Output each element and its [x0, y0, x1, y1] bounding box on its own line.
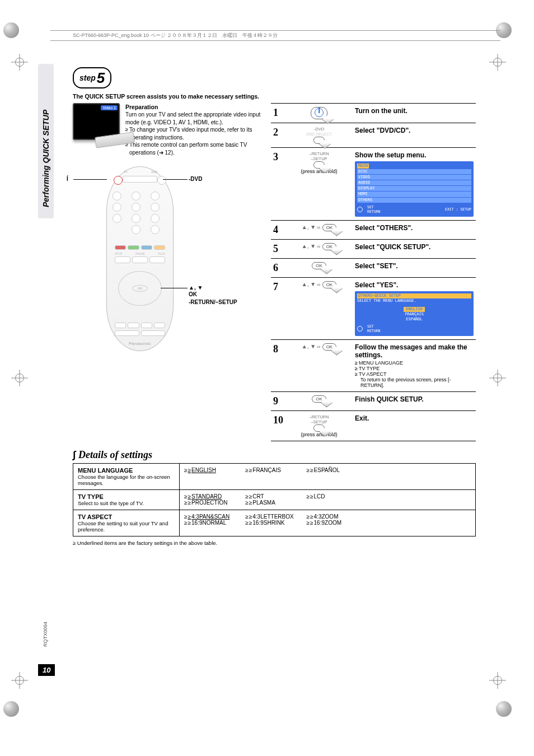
ring-icon — [357, 207, 363, 212]
option: ESPAÑOL — [310, 467, 366, 473]
steps-table: 1 Turn on the unit. 2 -DVD 2ND SELECT — [271, 103, 476, 441]
step-row: 5 ▲, ▼ ⇨ OK Select "QUICK SETUP". — [271, 239, 476, 258]
page: SC-PT660-663P-PC_eng.book 10 ページ ２００８年３月… — [0, 0, 534, 756]
step-row: 2 -DVD 2ND SELECT Select "DVD/CD". — [271, 123, 476, 148]
ok-button-icon: OK — [322, 343, 337, 351]
table-row: TV ASPECT Choose the setting to suit you… — [73, 510, 476, 536]
step-row: 3 –RETURN –SETUP (press and hold) Show t… — [271, 148, 476, 221]
step-badge: step 5 — [73, 67, 111, 88]
reg-orb-icon — [3, 22, 19, 38]
setting-desc: Choose the language for the on-screen me… — [78, 474, 175, 486]
option: 16:9ZOOM — [310, 520, 366, 526]
preparation-bullet: This remote control can perform some bas… — [125, 141, 263, 156]
press-hold-note: (press and hold) — [301, 169, 337, 174]
crop-mark-icon — [489, 672, 506, 689]
option: LCD — [310, 493, 366, 500]
button-label: 2ND SELECT — [288, 132, 350, 137]
option: 16:9SHRINK — [249, 520, 305, 526]
ok-button-icon: OK — [312, 262, 326, 269]
step-title: Select "OTHERS". — [355, 224, 413, 232]
osd-main-menu: MAIN DISC VIDEO AUDIO DISPLAY HDMI OTHER… — [355, 161, 474, 217]
step-sub-list: MENU LANGUAGE TV TYPE TV ASPECT To retur… — [355, 360, 474, 388]
remote-dvd-label: -DVD — [189, 176, 202, 182]
button-label: –RETURN — [288, 151, 350, 156]
step-row: 4 ▲, ▼ ⇨ OK Select "OTHERS". — [271, 220, 476, 239]
preparation-bullet: To change your TV's video input mode, re… — [125, 126, 263, 141]
page-number: 10 — [38, 664, 55, 676]
power-icon — [311, 107, 327, 119]
step-title: Select "YES". — [355, 281, 398, 289]
setting-desc: Choose the setting to suit your TV and p… — [78, 520, 175, 533]
step-label: step — [79, 73, 96, 82]
button-label: –SETUP — [288, 419, 350, 424]
print-header: SC-PT660-663P-PC_eng.book 10 ページ ２００８年３月… — [50, 30, 500, 41]
option: PROJECTION — [188, 500, 244, 506]
option: 4:3ZOOM — [310, 514, 366, 520]
content: step 5 The QUICK SETUP screen assists yo… — [73, 67, 476, 546]
remote-brand: Panasonic — [107, 341, 173, 346]
step-title: Exit. — [355, 414, 369, 422]
table-footnote: Underlined items are the factory setting… — [73, 540, 476, 546]
button-label: -DVD — [288, 127, 350, 132]
remote-power-label: Í — [67, 176, 68, 182]
step-title: Select "SET". — [355, 262, 398, 270]
step-row: 10 –RETURN –SETUP (press and hold) Exit. — [271, 410, 476, 441]
remote-return-label: -RETURN/–SETUP — [189, 299, 237, 305]
details-heading: Details of settings — [73, 449, 476, 461]
crop-mark-icon — [11, 672, 28, 689]
step-title: Turn on the unit. — [355, 107, 407, 115]
remote-ok-label: OK — [189, 291, 197, 297]
step-index: 1 — [271, 104, 285, 123]
crop-mark-icon — [489, 54, 506, 71]
step-title: Select "DVD/CD". — [355, 127, 410, 134]
step-row: 1 Turn on the unit. — [271, 104, 476, 123]
option: 4:3LETTERBOX — [249, 514, 305, 520]
remote-arrows-label: ▲, ▼ — [189, 284, 203, 291]
preparation-title: Preparation — [125, 103, 263, 111]
table-row: MENU LANGUAGE Choose the language for th… — [73, 463, 476, 489]
step-row: 8 ▲, ▼ ⇨ OK Follow the messages and make… — [271, 339, 476, 391]
option: PLASMA — [249, 500, 305, 506]
button-label: –RETURN — [288, 414, 350, 419]
tv-illustration: Video 1 — [73, 103, 120, 140]
option: FRANÇAIS — [249, 467, 305, 473]
video-input-label: Video 1 — [101, 105, 118, 110]
setting-desc: Select to suit the type of TV. — [78, 500, 175, 506]
button-icon — [313, 161, 325, 169]
reg-orb-icon — [3, 701, 19, 717]
option: STANDARD — [188, 493, 244, 500]
crop-mark-icon — [11, 370, 28, 386]
press-hold-note: (press and hold) — [301, 432, 337, 437]
step-number: 5 — [97, 71, 105, 85]
option: CRT — [249, 493, 305, 500]
reg-orb-icon — [496, 701, 512, 717]
ok-button-icon: OK — [322, 243, 337, 250]
button-icon — [313, 137, 325, 144]
step-title: Follow the messages and make the setting… — [355, 343, 467, 359]
ok-button-icon: OK — [322, 224, 337, 231]
settings-table: MENU LANGUAGE Choose the language for th… — [73, 463, 476, 536]
remote-illustration: TV DVD STOPPAUSEPLA — [106, 166, 174, 351]
ring-icon — [357, 326, 363, 332]
step-title: Select "QUICK SETUP". — [355, 243, 430, 251]
step-title: Show the setup menu. — [355, 151, 426, 159]
crop-mark-icon — [489, 370, 506, 386]
setting-name: TV ASPECT — [78, 514, 112, 520]
table-row: TV TYPE Select to suit the type of TV. S… — [73, 489, 476, 510]
button-label: –SETUP — [288, 156, 350, 161]
option: 16:9NORMAL — [188, 520, 244, 526]
setting-name: TV TYPE — [78, 493, 104, 500]
button-icon — [313, 424, 325, 432]
ok-button-icon: OK — [322, 281, 337, 288]
preparation-body: Turn on your TV and select the appropria… — [125, 111, 263, 126]
intro-text: The QUICK SETUP screen assists you to ma… — [73, 93, 476, 100]
crop-mark-icon — [11, 54, 28, 71]
option: ENGLISH — [188, 467, 244, 473]
osd-lang-menu: OTHERS−QUICK SETUP SELECT THE MENU LANGU… — [355, 291, 474, 336]
ok-button-icon: OK — [312, 395, 326, 403]
setting-name: MENU LANGUAGE — [78, 467, 133, 474]
step-title: Finish QUICK SETUP. — [355, 395, 423, 403]
option: 4:3PAN&SCAN — [188, 514, 244, 520]
document-code: RQTX0094 — [43, 622, 48, 647]
step-row: 6 OK Select "SET". — [271, 258, 476, 277]
